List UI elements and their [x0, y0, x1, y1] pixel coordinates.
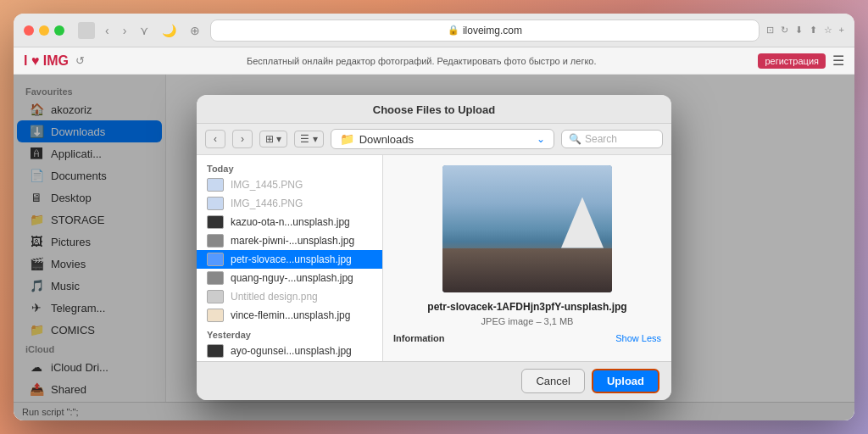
list-item[interactable]: IMG_1446.PNG [197, 194, 382, 213]
list-item[interactable]: ayo-ogunsei...unsplash.jpg [197, 342, 382, 360]
translate-icon: ⊡ [766, 25, 774, 36]
file-thumb [207, 271, 224, 285]
preview-file-type: JPEG image – 3,1 MB [481, 316, 574, 326]
hamburger-icon[interactable]: ☰ [832, 53, 844, 69]
file-dialog: Choose Files to Upload ‹ › ⊞ ▾ ☰ ▾ 📁 Dow… [197, 95, 671, 400]
file-name: IMG_1446.PNG [231, 198, 303, 209]
search-icon: 🔍 [569, 133, 581, 145]
preview-image-inner [442, 165, 612, 292]
toolbar-icons: ⊡ ↻ ⬇ ⬆ ☆ + [766, 25, 844, 36]
dialog-title: Choose Files to Upload [197, 95, 671, 124]
search-placeholder: Search [585, 133, 617, 145]
preview-meta-row: Information Show Less [393, 333, 661, 343]
list-item[interactable]: Untitled design.png [197, 287, 382, 306]
subtitle-text: Бесплатный онлайн редактор фотографий. Р… [92, 56, 751, 66]
download-icon: ⬇ [795, 25, 803, 36]
dialog-overlay: Choose Files to Upload ‹ › ⊞ ▾ ☰ ▾ 📁 Dow… [14, 75, 854, 420]
location-bar[interactable]: 📁 Downloads ⌄ [331, 129, 554, 149]
file-list: Today IMG_1445.PNG IMG_1446.PNG kazuo-ot… [197, 155, 383, 361]
file-name: vince-flemin...unsplash.jpg [231, 309, 350, 321]
yesterday-label: Yesterday [197, 325, 382, 342]
location-text: Downloads [359, 133, 531, 146]
file-name: petr-slovace...unsplash.jpg [231, 253, 352, 265]
grid-view-button[interactable]: ⊞ ▾ [259, 131, 287, 147]
title-bar: ‹ › ⋎ 🌙 ⊕ 🔒 iloveimg.com ⊡ ↻ ⬇ ⬆ ☆ + [14, 14, 854, 47]
mountain-shape [561, 198, 604, 248]
site-logo: I ♥ IMG [24, 53, 69, 69]
preview-panel: petr-slovacek-1AFDHjn3pfY-unsplash.jpg J… [383, 155, 671, 361]
search-bar[interactable]: 🔍 Search [561, 130, 663, 148]
file-name: marek-piwni-...unsplash.jpg [231, 235, 354, 247]
main-content: Favourites 🏠 akozoriz ⬇️ Downloads 🅰 App… [14, 75, 854, 420]
bookmark-icon: ⋎ [136, 24, 152, 37]
list-item[interactable]: vince-flemin...unsplash.jpg [197, 306, 382, 325]
dialog-toolbar: ‹ › ⊞ ▾ ☰ ▾ 📁 Downloads ⌄ 🔍 Search [197, 124, 671, 155]
url-text: iloveimg.com [463, 25, 522, 36]
star-icon[interactable]: ☆ [824, 25, 832, 36]
maximize-button[interactable] [54, 25, 64, 36]
close-button[interactable] [24, 25, 34, 36]
list-view-button[interactable]: ☰ ▾ [294, 131, 323, 147]
file-thumb [207, 290, 224, 303]
file-name: quang-nguy-...unsplash.jpg [231, 272, 353, 284]
preview-filename: petr-slovacek-1AFDHjn3pfY-unsplash.jpg [427, 301, 626, 313]
dialog-back-button[interactable]: ‹ [205, 130, 225, 148]
file-thumb [207, 344, 224, 358]
file-name: Untitled design.png [231, 291, 318, 303]
file-name: kazuo-ota-n...unsplash.jpg [231, 216, 350, 228]
list-item[interactable]: quang-nguy-...unsplash.jpg [197, 269, 382, 287]
file-thumb [207, 215, 224, 229]
dialog-title-text: Choose Files to Upload [373, 103, 495, 116]
info-label: Information [393, 333, 445, 343]
dialog-footer: Cancel Upload [197, 361, 671, 400]
forward-button[interactable]: › [120, 22, 131, 39]
location-arrow[interactable]: ⌄ [537, 133, 545, 145]
show-less-button[interactable]: Show Less [615, 333, 661, 343]
minimize-button[interactable] [39, 25, 49, 36]
file-thumb [207, 178, 224, 192]
lock-icon: 🔒 [448, 25, 459, 36]
list-item[interactable]: marek-piwni-...unsplash.jpg [197, 231, 382, 250]
file-name: ayo-ogunsei...unsplash.jpg [231, 345, 352, 357]
file-thumb [207, 253, 224, 266]
today-label: Today [197, 159, 382, 175]
list-item[interactable]: kazuo-ota-n...unsplash.jpg [197, 213, 382, 231]
subtitle-bar: I ♥ IMG ↺ Бесплатный онлайн редактор фот… [14, 47, 854, 75]
traffic-lights [24, 25, 64, 36]
preview-image [442, 165, 612, 292]
add-tab-icon[interactable]: + [839, 25, 844, 36]
rocks-shape [442, 248, 612, 293]
list-item-selected[interactable]: petr-slovace...unsplash.jpg [197, 250, 382, 269]
login-button[interactable]: регистрация [758, 53, 826, 69]
back-button[interactable]: ‹ [102, 22, 113, 39]
share-icon: ⬆ [810, 25, 817, 36]
browser-window: ‹ › ⋎ 🌙 ⊕ 🔒 iloveimg.com ⊡ ↻ ⬇ ⬆ ☆ + I ♥… [14, 14, 854, 420]
file-thumb [207, 309, 224, 322]
refresh-icon[interactable]: ↻ [781, 25, 788, 36]
folder-icon: 📁 [340, 132, 354, 146]
refresh-icon-small: ↺ [75, 54, 85, 67]
file-thumb [207, 234, 224, 248]
tab-icon [78, 22, 95, 39]
file-thumb [207, 197, 224, 210]
url-bar[interactable]: 🔒 iloveimg.com [210, 19, 759, 42]
dialog-body: Today IMG_1445.PNG IMG_1446.PNG kazuo-ot… [197, 155, 671, 361]
cancel-button[interactable]: Cancel [521, 369, 584, 393]
shield-icon: 🌙 [159, 24, 180, 37]
dialog-forward-button[interactable]: › [232, 130, 253, 148]
file-name: IMG_1445.PNG [231, 179, 303, 191]
list-item[interactable]: IMG_1445.PNG [197, 175, 382, 194]
upload-button[interactable]: Upload [592, 369, 659, 393]
extension-icon: ⊕ [186, 24, 203, 37]
